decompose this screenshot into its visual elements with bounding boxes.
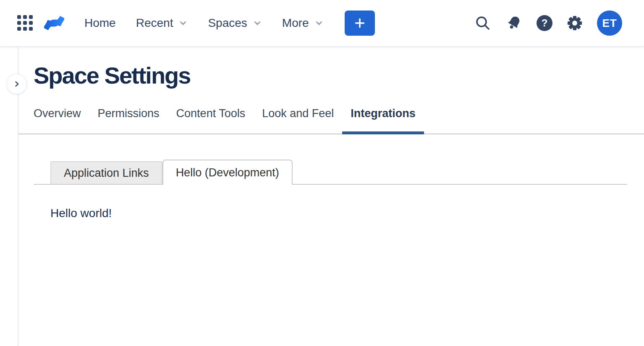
app-grid-icon (17, 15, 34, 31)
nav-item-spaces[interactable]: Spaces (208, 16, 262, 30)
help-button[interactable]: ? (537, 15, 552, 31)
settings-button[interactable] (567, 15, 583, 31)
top-navigation-bar: Home Recent Spaces More (0, 0, 644, 47)
content-text: Hello world! (50, 207, 644, 220)
sidebar-expand-button[interactable] (7, 74, 27, 94)
nav-item-label: Spaces (208, 16, 247, 30)
chevron-down-icon (253, 18, 262, 28)
nav-right-group: ? ET (474, 10, 622, 36)
create-button[interactable] (345, 10, 375, 36)
nav-item-more[interactable]: More (282, 16, 324, 30)
tab-content-tools[interactable]: Content Tools (176, 106, 246, 134)
tab-permissions[interactable]: Permissions (98, 106, 160, 134)
confluence-logo-icon (44, 13, 64, 33)
avatar-initials: ET (602, 17, 617, 30)
main-content: Space Settings Overview Permissions Cont… (0, 63, 644, 220)
bell-icon (505, 15, 522, 31)
app-switcher-icon[interactable] (17, 15, 34, 31)
help-glyph: ? (542, 17, 548, 29)
nav-item-home[interactable]: Home (84, 16, 116, 30)
page-title: Space Settings (34, 63, 644, 88)
nav-item-recent[interactable]: Recent (136, 16, 188, 30)
search-icon (474, 15, 491, 31)
plus-icon (354, 17, 366, 29)
tab-integrations[interactable]: Integrations (342, 106, 424, 134)
tab-overview[interactable]: Overview (34, 106, 81, 134)
integration-subtabs: Application Links Hello (Development) (34, 160, 627, 185)
notifications-button[interactable] (505, 15, 522, 31)
tab-look-and-feel[interactable]: Look and Feel (262, 106, 334, 134)
nav-item-label: Home (84, 16, 116, 30)
chevron-right-icon (12, 79, 21, 89)
confluence-logo[interactable] (44, 13, 64, 33)
subtab-application-links[interactable]: Application Links (50, 161, 162, 184)
nav-left-group: Home Recent Spaces More (17, 10, 375, 36)
settings-tabs: Overview Permissions Content Tools Look … (18, 106, 644, 134)
user-avatar[interactable]: ET (597, 10, 622, 36)
nav-item-label: More (282, 16, 309, 30)
gear-icon (567, 15, 583, 31)
search-button[interactable] (474, 15, 491, 31)
question-circle-icon: ? (537, 15, 552, 31)
chevron-down-icon (314, 18, 324, 28)
nav-item-label: Recent (136, 16, 173, 30)
chevron-down-icon (178, 18, 188, 28)
subtab-hello-development[interactable]: Hello (Development) (162, 160, 293, 185)
